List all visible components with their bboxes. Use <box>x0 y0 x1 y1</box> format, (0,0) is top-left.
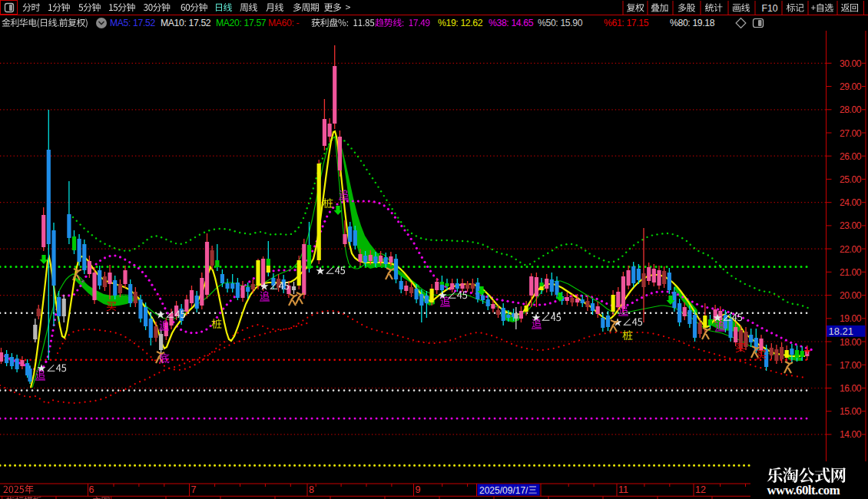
svg-text:MA10: 17.52: MA10: 17.52 <box>161 18 211 28</box>
svg-text:28.00: 28.00 <box>840 104 862 115</box>
svg-text:20.00: 20.00 <box>840 290 862 301</box>
svg-text:14.00: 14.00 <box>840 429 862 440</box>
svg-text:18.21: 18.21 <box>829 326 854 337</box>
svg-text:2025/09/17/: 2025/09/17/ <box>479 485 528 496</box>
svg-text:%38: 14.65: %38: 14.65 <box>489 18 534 28</box>
svg-text:22.00: 22.00 <box>840 244 862 255</box>
svg-text:29.00: 29.00 <box>840 81 862 92</box>
svg-text:23.00: 23.00 <box>840 220 862 231</box>
svg-text:24.00: 24.00 <box>840 197 862 208</box>
svg-text:30.00: 30.00 <box>840 58 862 69</box>
svg-text:11: 11 <box>618 484 628 495</box>
svg-text:19.00: 19.00 <box>840 313 862 324</box>
svg-text:18.00: 18.00 <box>840 337 862 348</box>
svg-text:12: 12 <box>695 484 706 495</box>
svg-text:27.00: 27.00 <box>840 128 862 139</box>
svg-text:MA20: 17.57: MA20: 17.57 <box>216 18 267 28</box>
svg-text:17.00: 17.00 <box>840 360 862 371</box>
svg-text:%61: 17.15: %61: 17.15 <box>604 18 649 28</box>
svg-text:%80: 19.18: %80: 19.18 <box>670 18 715 28</box>
svg-text:21.00: 21.00 <box>840 267 862 278</box>
svg-text:MA5: 17.52: MA5: 17.52 <box>110 18 155 28</box>
svg-text:MA60: -: MA60: - <box>268 18 300 28</box>
svg-text:8: 8 <box>309 484 314 495</box>
svg-text:7: 7 <box>191 484 197 495</box>
svg-text:9: 9 <box>416 484 421 495</box>
svg-text:16.00: 16.00 <box>840 383 862 394</box>
svg-text:26.00: 26.00 <box>840 151 862 162</box>
svg-text:15.00: 15.00 <box>840 406 862 417</box>
svg-text:%19: 12.62: %19: 12.62 <box>438 18 483 28</box>
svg-text:www.60lt.com: www.60lt.com <box>767 483 840 497</box>
svg-text:%50: 15.90: %50: 15.90 <box>538 18 583 28</box>
svg-text:F10: F10 <box>762 3 778 14</box>
svg-text:6: 6 <box>89 484 94 495</box>
svg-text:25.00: 25.00 <box>840 174 862 185</box>
